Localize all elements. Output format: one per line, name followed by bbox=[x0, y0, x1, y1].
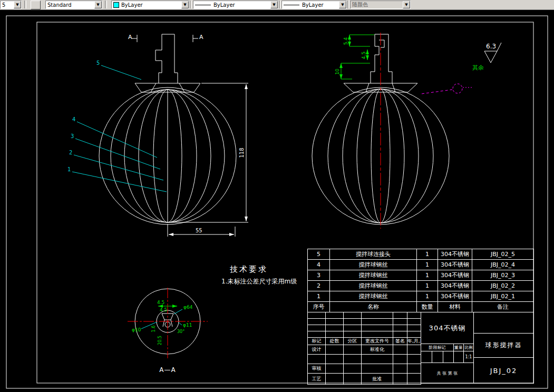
label-approve: 批准 bbox=[362, 374, 393, 385]
sheet-note: 共 张 第 张 bbox=[421, 363, 474, 384]
lineweight-combo-arrow-icon[interactable]: ▼ bbox=[339, 1, 346, 8]
linetype-combo[interactable]: ByLayer ▼ bbox=[193, 1, 278, 9]
lineweight-combo[interactable]: ByLayer ▼ bbox=[281, 1, 347, 9]
bom-cell: 搅拌球钢丝 bbox=[330, 270, 417, 281]
bom-cell: JBJ_02_3 bbox=[472, 270, 534, 281]
label-date: 年,月,日 bbox=[407, 338, 421, 345]
bom-cell: 3 bbox=[308, 270, 330, 281]
label-process: 工艺 bbox=[308, 374, 326, 385]
bom-cell: 4 bbox=[308, 260, 330, 270]
highlight-circle bbox=[422, 84, 473, 94]
title-block-right-area: 球形搅拌器 JBJ_02 bbox=[473, 312, 534, 384]
style-combo-value: Standard bbox=[47, 2, 72, 8]
bom-header-cell: 备注 bbox=[472, 302, 534, 312]
shaft-profile bbox=[155, 34, 178, 83]
color-swatch-icon bbox=[113, 2, 119, 8]
bom-cell: 304不锈钢 bbox=[438, 291, 472, 302]
bom-header-cell: 名称 bbox=[330, 302, 417, 312]
title-block-revision-area: 标记 处数 分区 更改文件号 签名 年,月,日 设计 标准化 审核 工艺 批准 bbox=[307, 312, 421, 385]
section-letter-right: A bbox=[199, 34, 203, 41]
bom-cell: 1 bbox=[417, 249, 438, 260]
label-scale: 比例 bbox=[464, 344, 474, 351]
style-combo-arrow-icon[interactable]: ▼ bbox=[94, 1, 102, 8]
lineweight-combo-value: ByLayer bbox=[302, 2, 324, 8]
plotstyle-combo[interactable]: 随颜色 ▼ bbox=[350, 1, 411, 9]
company-cell bbox=[474, 312, 534, 334]
bom-header-row: 序号 名称 数量 材料 备注 bbox=[308, 302, 534, 312]
bom-cell: 1 bbox=[308, 291, 330, 302]
bom-cell: 304不锈钢 bbox=[438, 270, 472, 281]
label-sign: 签名 bbox=[393, 338, 407, 345]
roughness-value: 6.3 bbox=[486, 43, 496, 50]
layer-combo[interactable]: 5 ▼ bbox=[0, 1, 22, 9]
bom-cell: 搅拌球钢丝 bbox=[330, 281, 417, 291]
section-cut-mark-right bbox=[193, 35, 198, 42]
linetype-glyph-icon bbox=[195, 5, 211, 5]
roughness-note: 其余 bbox=[472, 64, 484, 71]
bom-cell: 1 bbox=[417, 260, 438, 270]
linetype-combo-arrow-icon[interactable]: ▼ bbox=[270, 1, 278, 8]
tech-req-item: 1.未标注公差尺寸采用m级 bbox=[221, 278, 297, 285]
bom-cell: 1 bbox=[417, 270, 438, 281]
bom-cell: 304不锈钢 bbox=[438, 249, 472, 260]
dim-4-5-text: 4.5 bbox=[361, 52, 366, 59]
drawing-number: JBJ_02 bbox=[474, 358, 534, 384]
drawing-viewport[interactable]: A A 5 4 3 2 1 55 118 bbox=[0, 9, 554, 392]
bom-cell: 304不锈钢 bbox=[438, 281, 472, 291]
title-block: 标记 处数 分区 更改文件号 签名 年,月,日 设计 标准化 审核 工艺 批准 … bbox=[307, 312, 534, 385]
layer-combo-arrow-icon[interactable]: ▼ bbox=[14, 1, 21, 8]
scale-value: 1:1 bbox=[464, 351, 474, 363]
bom-row: 5 搅拌球连接头 1 304不锈钢 JBJ_02_5 bbox=[308, 249, 534, 260]
color-combo[interactable]: ByLayer ▼ bbox=[111, 1, 189, 9]
bom-cell: JBJ_02_5 bbox=[472, 249, 534, 260]
balloon-2: 2 bbox=[69, 150, 72, 155]
section-centerlines bbox=[128, 288, 208, 358]
label-doc: 更改文件号 bbox=[362, 338, 393, 345]
bom-row: 1 搅拌球钢丝 1 304不锈钢 JBJ_02_1 bbox=[308, 291, 534, 302]
bom-cell: 1 bbox=[417, 291, 438, 302]
label-zone: 分区 bbox=[344, 338, 362, 345]
dim-g-text: 20.5 bbox=[158, 336, 162, 345]
toolbar-divider bbox=[24, 1, 26, 8]
section-label: A—A bbox=[159, 366, 176, 374]
front-view bbox=[99, 34, 236, 224]
bom-cell: 搅拌球钢丝 bbox=[330, 291, 417, 302]
dim-5-4-text: 5.4 bbox=[343, 37, 348, 45]
label-standard: 标准化 bbox=[362, 345, 393, 355]
toolbar-button[interactable] bbox=[31, 1, 41, 9]
style-combo[interactable]: Standard ▼ bbox=[45, 1, 102, 9]
toolbar-divider bbox=[347, 1, 349, 8]
color-combo-value: ByLayer bbox=[121, 2, 143, 8]
product-name: 球形搅拌器 bbox=[474, 334, 534, 358]
label-count: 处数 bbox=[326, 338, 344, 345]
label-check: 审核 bbox=[308, 364, 326, 374]
bom-cell: 304不锈钢 bbox=[438, 260, 472, 270]
lineweight-glyph-icon bbox=[284, 5, 299, 5]
color-combo-arrow-icon[interactable]: ▼ bbox=[181, 1, 189, 8]
label-mark: 标记 bbox=[308, 338, 326, 345]
layer-combo-value: 5 bbox=[2, 2, 5, 8]
dim-c-text: φ64 bbox=[183, 305, 193, 310]
tech-req-title: 技术要求 bbox=[230, 264, 268, 274]
label-stage-mark: 阶段标记 bbox=[421, 344, 454, 351]
plotstyle-combo-arrow-icon[interactable]: ▼ bbox=[403, 1, 410, 8]
dim-d-text: φ11 bbox=[183, 322, 192, 328]
toolbar-divider bbox=[279, 1, 281, 8]
bom-cell: 搅拌球钢丝 bbox=[330, 260, 417, 270]
bom-cell: JBJ_02_4 bbox=[472, 260, 534, 270]
material-cell: 304不锈钢 bbox=[421, 312, 474, 344]
bom-cell: 搅拌球连接头 bbox=[330, 249, 417, 260]
shaft-slot bbox=[379, 40, 384, 47]
dim-10-text: 10 bbox=[335, 68, 340, 75]
bom-row: 4 搅拌球钢丝 1 304不锈钢 JBJ_02_4 bbox=[308, 260, 534, 270]
label-design: 设计 bbox=[308, 345, 326, 355]
bom-cell: 5 bbox=[308, 249, 330, 260]
bom-cell: JBJ_02_1 bbox=[472, 291, 534, 302]
bom-header-cell: 材料 bbox=[438, 302, 472, 312]
linetype-combo-value: ByLayer bbox=[213, 2, 235, 8]
bom-cell: 1 bbox=[417, 281, 438, 291]
toolbar-divider bbox=[105, 1, 107, 8]
toolbar-divider bbox=[190, 1, 192, 8]
shaft-profile bbox=[371, 34, 392, 83]
section-cut-mark-left bbox=[132, 35, 137, 42]
